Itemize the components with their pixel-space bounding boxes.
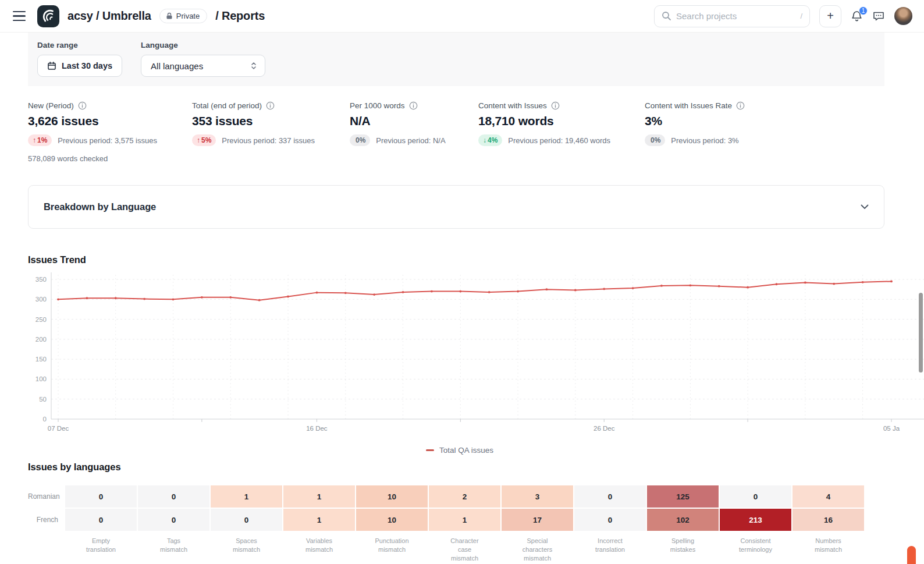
previous-period-text: Previous period: 3,575 issues (58, 136, 157, 145)
trend-line-chart: 05010015020025030035007 Dec16 Dec26 Dec0… (28, 269, 924, 439)
trend-badge: ↓4% (478, 134, 502, 146)
words-checked-text: 578,089 words checked (28, 154, 192, 163)
svg-text:50: 50 (39, 396, 47, 403)
heatmap-column-label: Charactercasemismatch (429, 532, 500, 563)
breadcrumb-page: / Reports (215, 9, 265, 23)
legend-label: Total QA issues (439, 446, 493, 455)
svg-text:100: 100 (35, 375, 47, 382)
heatmap-cell: 0 (138, 509, 209, 531)
user-avatar[interactable] (894, 7, 912, 25)
heatmap-cell: 1 (283, 509, 355, 531)
svg-text:05 Ja: 05 Ja (883, 425, 900, 432)
heatmap-cell: 10 (356, 509, 428, 531)
heatmap-cell: 10 (356, 485, 428, 508)
heatmap-language-label: French (28, 516, 64, 524)
heatmap-cell: 4 (792, 485, 864, 508)
stat-per-1000-words: Per 1000 words N/A 0% Previous period: N… (350, 101, 478, 163)
chart-legend: Total QA issues (28, 446, 891, 455)
issues-by-languages-heatmap: Romanian00111023012504French000110117010… (28, 485, 924, 563)
trend-badge: 0% (350, 134, 370, 146)
notification-count-badge: 1 (859, 6, 868, 15)
heatmap-column-label: Punctuationmismatch (356, 532, 428, 563)
previous-period-text: Previous period: 337 issues (222, 136, 315, 145)
stat-value: 3% (645, 114, 745, 128)
info-icon[interactable] (78, 101, 87, 110)
date-range-label: Date range (37, 41, 122, 49)
heatmap-column-label: Incorrecttranslation (574, 532, 646, 563)
lock-icon (166, 12, 173, 20)
stat-value: N/A (350, 114, 478, 128)
stat-value: 353 issues (192, 114, 350, 128)
bottom-right-scroll-indicator[interactable] (907, 546, 916, 564)
language-select[interactable]: All languages (141, 55, 265, 77)
heatmap-cell: 125 (647, 485, 719, 508)
chat-icon (872, 10, 885, 22)
svg-text:07 Dec: 07 Dec (48, 425, 69, 432)
search-icon (662, 11, 671, 21)
svg-text:250: 250 (35, 316, 47, 323)
heatmap-cell: 0 (138, 485, 209, 508)
heatmap-cell: 102 (647, 509, 719, 531)
info-icon[interactable] (266, 101, 275, 110)
breadcrumb-project[interactable]: acsy / Umbrella (67, 9, 151, 23)
heatmap-cell: 0 (211, 509, 282, 531)
chevron-down-icon (861, 204, 869, 210)
info-icon[interactable] (736, 101, 745, 110)
add-button[interactable]: + (819, 5, 841, 27)
heatmap-cell: 1 (429, 509, 500, 531)
svg-text:26 Dec: 26 Dec (594, 425, 615, 432)
heatmap-column-labels: EmptytranslationTagsmismatchSpacesmismat… (28, 532, 924, 563)
heatmap-language-label: Romanian (28, 492, 64, 501)
info-icon[interactable] (551, 101, 560, 110)
heatmap-column-label: Consistentterminology (720, 532, 791, 563)
svg-text:200: 200 (35, 336, 47, 343)
stat-new-period: New (Period) 3,626 issues ↑1% Previous p… (28, 101, 192, 163)
svg-text:0: 0 (43, 416, 47, 423)
trend-badge: ↑1% (28, 134, 52, 146)
heatmap-row: Romanian00111023012504 (28, 485, 924, 508)
svg-text:300: 300 (35, 296, 47, 303)
issues-trend-chart: 05010015020025030035007 Dec16 Dec26 Dec0… (28, 269, 924, 455)
heatmap-cell: 2 (429, 485, 500, 508)
breakdown-by-language-toggle[interactable]: Breakdown by Language (28, 185, 884, 229)
heatmap-row: French000110117010221316 (28, 509, 924, 531)
trend-badge: 0% (645, 134, 665, 146)
heatmap-column-label: Variablesmismatch (283, 532, 355, 563)
stat-value: 3,626 issues (28, 114, 192, 128)
date-range-button[interactable]: Last 30 days (37, 55, 122, 77)
heatmap-cell: 0 (574, 485, 646, 508)
app-logo-icon[interactable] (37, 5, 59, 27)
stat-value: 18,710 words (478, 114, 645, 128)
messages-button[interactable] (872, 10, 885, 22)
svg-text:150: 150 (35, 356, 47, 363)
heatmap-column-label: Spacesmismatch (211, 532, 282, 563)
search-input-wrapper: / (654, 5, 810, 27)
top-header: acsy / Umbrella Private / Reports / + 1 (0, 0, 924, 33)
heatmap-column-label: Emptytranslation (65, 532, 137, 563)
previous-period-text: Previous period: 19,460 words (508, 136, 610, 145)
legend-line-swatch (426, 449, 434, 451)
heatmap-cell: 3 (502, 485, 573, 508)
issues-by-languages-title: Issues by languages (28, 462, 924, 473)
stat-content-with-issues: Content with Issues 18,710 words ↓4% Pre… (478, 101, 645, 163)
heatmap-column-label: Numbersmismatch (792, 532, 864, 563)
filters-panel: Date range Last 30 days Language All lan… (28, 33, 884, 86)
sort-arrows-icon (250, 61, 258, 70)
menu-icon[interactable] (13, 11, 26, 22)
heatmap-cell: 1 (211, 485, 282, 508)
heatmap-cell: 0 (65, 485, 137, 508)
search-input[interactable] (676, 11, 800, 21)
svg-text:16 Dec: 16 Dec (306, 425, 328, 432)
trend-badge: ↑5% (192, 134, 216, 146)
stats-row: New (Period) 3,626 issues ↑1% Previous p… (28, 101, 924, 163)
svg-text:350: 350 (35, 276, 47, 283)
heatmap-column-label: Tagsmismatch (138, 532, 209, 563)
stat-content-with-issues-rate: Content with Issues Rate 3% 0% Previous … (645, 101, 745, 163)
vertical-scrollbar-thumb[interactable] (919, 293, 923, 373)
calendar-icon (47, 61, 56, 70)
info-icon[interactable] (409, 101, 418, 110)
heatmap-column-label: Spellingmistakes (647, 532, 719, 563)
notifications-button[interactable]: 1 (851, 10, 863, 23)
private-badge: Private (159, 9, 207, 23)
heatmap-cell: 17 (502, 509, 573, 531)
